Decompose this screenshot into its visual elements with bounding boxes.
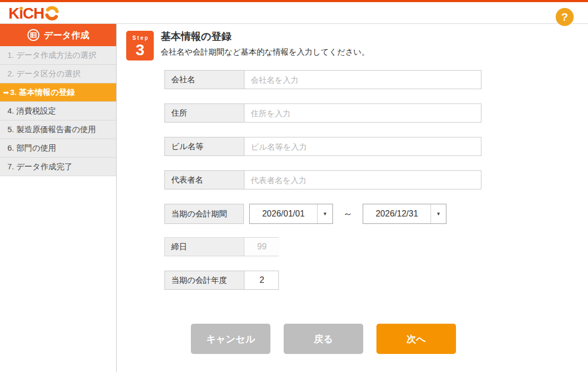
chevron-down-icon[interactable]: ▼ [431, 204, 446, 223]
logo-letter-k: K [8, 6, 19, 21]
back-button[interactable]: 戻る [284, 324, 363, 354]
help-button[interactable]: ? [556, 8, 574, 26]
period-start-select[interactable]: 2026/01/01 ▼ [249, 204, 333, 224]
sidebar-item-label: 6. 部門の使用 [7, 143, 56, 152]
sidebar-header: データ作成 [0, 24, 116, 46]
sidebar-item-step4[interactable]: 4. 消費税設定 [0, 102, 116, 120]
page-title: 基本情報の登録 [161, 30, 231, 44]
building-label: ビル名等 [165, 137, 244, 155]
address-input[interactable] [244, 104, 481, 122]
company-name-label: 会社名 [165, 71, 244, 89]
form-row-representative: 代表者名 [164, 170, 481, 189]
sidebar-item-label: 2. データ区分の選択 [7, 69, 81, 78]
sidebar-item-label: 1. データ作成方法の選択 [7, 50, 96, 59]
help-icon: ? [561, 11, 568, 23]
representative-label: 代表者名 [165, 171, 244, 189]
period-start-value: 2026/01/01 [250, 204, 317, 223]
wizard-sidebar: データ作成 1. データ作成方法の選択 2. データ区分の選択 ➡3. 基本情報… [0, 24, 117, 372]
step-badge: Step 3 [126, 31, 154, 60]
form-row-closing-day: 締日 [164, 237, 279, 256]
sidebar-item-step7[interactable]: 7. データ作成完了 [0, 158, 116, 176]
logo-letters-ch: CH [23, 6, 44, 21]
period-separator: ～ [333, 204, 363, 224]
sidebar-item-step1[interactable]: 1. データ作成方法の選択 [0, 46, 116, 65]
address-label: 住所 [165, 104, 244, 122]
data-creation-menu-icon [27, 29, 40, 41]
sidebar-title: データ作成 [44, 29, 90, 41]
sidebar-item-label: 5. 製造原価報告書の使用 [7, 125, 96, 134]
closing-day-input [244, 238, 279, 256]
fiscal-year-label: 当期の会計年度 [165, 271, 244, 289]
cancel-button[interactable]: キャンセル [191, 324, 270, 354]
kicho-logo: KiCH [8, 4, 59, 22]
closing-day-label: 締日 [165, 238, 244, 256]
page-description: 会社名や会計期間など基本的な情報を入力してください。 [161, 47, 370, 57]
period-end-value: 2026/12/31 [363, 204, 431, 223]
fiscal-year-input[interactable] [244, 271, 279, 289]
form-row-company-name: 会社名 [164, 70, 481, 89]
sidebar-item-step6[interactable]: 6. 部門の使用 [0, 139, 116, 158]
active-step-arrow-icon: ➡ [3, 89, 9, 97]
form-row-building: ビル名等 [164, 137, 481, 156]
sidebar-item-step5[interactable]: 5. 製造原価報告書の使用 [0, 120, 116, 139]
logo-o-swirl-icon [45, 6, 59, 21]
sidebar-item-step3[interactable]: ➡3. 基本情報の登録 [0, 83, 116, 102]
form-row-fiscal-year: 当期の会計年度 [164, 271, 279, 290]
company-name-input[interactable] [244, 71, 481, 89]
sidebar-item-label: 4. 消費税設定 [7, 106, 56, 115]
fiscal-period-label: 当期の会計期間 [164, 204, 244, 224]
chevron-down-icon[interactable]: ▼ [317, 204, 332, 223]
sidebar-item-label: 7. データ作成完了 [7, 162, 72, 171]
sidebar-item-label: 3. 基本情報の登録 [10, 88, 75, 97]
step-badge-number: 3 [126, 42, 154, 58]
building-input[interactable] [244, 137, 481, 155]
step-badge-label: Step [128, 35, 154, 41]
next-button[interactable]: 次へ [376, 324, 456, 354]
logo-letter-i: i [19, 6, 23, 21]
representative-input[interactable] [244, 171, 481, 189]
period-end-select[interactable]: 2026/12/31 ▼ [363, 204, 446, 224]
sidebar-item-step2[interactable]: 2. データ区分の選択 [0, 65, 116, 83]
app-header: KiCH ? [0, 2, 588, 24]
form-row-address: 住所 [164, 103, 481, 123]
